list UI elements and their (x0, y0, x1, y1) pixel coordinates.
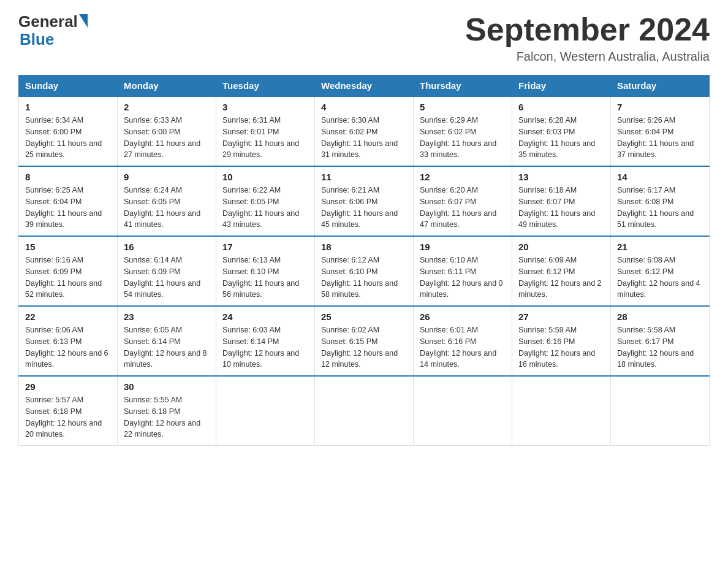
logo-triangle-icon (79, 14, 88, 28)
day-number: 1 (25, 102, 111, 112)
col-thursday: Thursday (414, 75, 512, 97)
day-number: 3 (222, 102, 308, 112)
table-row: 23 Sunrise: 6:05 AM Sunset: 6:14 PM Dayl… (118, 306, 216, 376)
table-row: 6 Sunrise: 6:28 AM Sunset: 6:03 PM Dayli… (512, 96, 611, 166)
day-number: 9 (124, 172, 210, 182)
logo-blue-text: Blue (20, 31, 88, 47)
logo-general-text: General (18, 12, 78, 31)
day-info: Sunrise: 6:25 AM Sunset: 6:04 PM Dayligh… (25, 185, 111, 231)
day-info: Sunrise: 6:02 AM Sunset: 6:15 PM Dayligh… (321, 324, 407, 370)
day-info: Sunrise: 5:55 AM Sunset: 6:18 PM Dayligh… (124, 394, 210, 440)
day-number: 19 (420, 242, 506, 252)
logo: General Blue (18, 12, 88, 47)
table-row (216, 376, 315, 446)
day-number: 7 (617, 102, 703, 112)
day-number: 2 (124, 102, 210, 112)
day-info: Sunrise: 6:34 AM Sunset: 6:00 PM Dayligh… (25, 115, 111, 161)
day-info: Sunrise: 6:18 AM Sunset: 6:07 PM Dayligh… (518, 185, 604, 231)
calendar-week-row: 29 Sunrise: 5:57 AM Sunset: 6:18 PM Dayl… (19, 376, 710, 446)
day-number: 11 (321, 172, 407, 182)
day-info: Sunrise: 6:03 AM Sunset: 6:14 PM Dayligh… (222, 324, 308, 370)
day-info: Sunrise: 5:57 AM Sunset: 6:18 PM Dayligh… (25, 394, 111, 440)
day-number: 4 (321, 102, 407, 112)
day-number: 20 (518, 242, 604, 252)
day-number: 23 (124, 312, 210, 322)
table-row: 20 Sunrise: 6:09 AM Sunset: 6:12 PM Dayl… (512, 236, 611, 306)
calendar-title: September 2024 (465, 12, 710, 47)
day-number: 17 (222, 242, 308, 252)
day-info: Sunrise: 6:21 AM Sunset: 6:06 PM Dayligh… (321, 185, 407, 231)
table-row: 22 Sunrise: 6:06 AM Sunset: 6:13 PM Dayl… (19, 306, 118, 376)
table-row: 24 Sunrise: 6:03 AM Sunset: 6:14 PM Dayl… (216, 306, 315, 376)
day-info: Sunrise: 6:16 AM Sunset: 6:09 PM Dayligh… (25, 255, 111, 301)
day-number: 24 (222, 312, 308, 322)
table-row: 12 Sunrise: 6:20 AM Sunset: 6:07 PM Dayl… (414, 166, 512, 236)
table-row: 21 Sunrise: 6:08 AM Sunset: 6:12 PM Dayl… (611, 236, 710, 306)
table-row: 18 Sunrise: 6:12 AM Sunset: 6:10 PM Dayl… (315, 236, 414, 306)
calendar-location: Falcon, Western Australia, Australia (465, 50, 710, 64)
table-row: 7 Sunrise: 6:26 AM Sunset: 6:04 PM Dayli… (611, 96, 710, 166)
col-tuesday: Tuesday (216, 75, 315, 97)
day-number: 30 (124, 381, 210, 392)
day-number: 18 (321, 242, 407, 252)
calendar-week-row: 15 Sunrise: 6:16 AM Sunset: 6:09 PM Dayl… (19, 236, 710, 306)
day-info: Sunrise: 6:29 AM Sunset: 6:02 PM Dayligh… (420, 115, 506, 161)
col-wednesday: Wednesday (315, 75, 414, 97)
table-row: 27 Sunrise: 5:59 AM Sunset: 6:16 PM Dayl… (512, 306, 611, 376)
day-info: Sunrise: 6:26 AM Sunset: 6:04 PM Dayligh… (617, 115, 703, 161)
table-row: 14 Sunrise: 6:17 AM Sunset: 6:08 PM Dayl… (611, 166, 710, 236)
table-row: 30 Sunrise: 5:55 AM Sunset: 6:18 PM Dayl… (118, 376, 216, 446)
day-info: Sunrise: 6:20 AM Sunset: 6:07 PM Dayligh… (420, 185, 506, 231)
day-info: Sunrise: 6:10 AM Sunset: 6:11 PM Dayligh… (420, 255, 506, 301)
day-number: 6 (518, 102, 604, 112)
day-number: 26 (420, 312, 506, 322)
table-row: 13 Sunrise: 6:18 AM Sunset: 6:07 PM Dayl… (512, 166, 611, 236)
day-number: 15 (25, 242, 111, 252)
calendar-week-row: 8 Sunrise: 6:25 AM Sunset: 6:04 PM Dayli… (19, 166, 710, 236)
table-row: 25 Sunrise: 6:02 AM Sunset: 6:15 PM Dayl… (315, 306, 414, 376)
table-row: 3 Sunrise: 6:31 AM Sunset: 6:01 PM Dayli… (216, 96, 315, 166)
day-info: Sunrise: 6:09 AM Sunset: 6:12 PM Dayligh… (518, 255, 604, 301)
day-number: 22 (25, 312, 111, 322)
title-block: September 2024 Falcon, Western Australia… (465, 12, 710, 64)
table-row (512, 376, 611, 446)
table-row (315, 376, 414, 446)
day-info: Sunrise: 6:31 AM Sunset: 6:01 PM Dayligh… (222, 115, 308, 161)
table-row: 11 Sunrise: 6:21 AM Sunset: 6:06 PM Dayl… (315, 166, 414, 236)
day-info: Sunrise: 6:08 AM Sunset: 6:12 PM Dayligh… (617, 255, 703, 301)
day-number: 27 (518, 312, 604, 322)
calendar-week-row: 1 Sunrise: 6:34 AM Sunset: 6:00 PM Dayli… (19, 96, 710, 166)
day-number: 13 (518, 172, 604, 182)
day-number: 25 (321, 312, 407, 322)
day-number: 16 (124, 242, 210, 252)
page-header: General Blue September 2024 Falcon, West… (18, 12, 710, 64)
day-info: Sunrise: 6:30 AM Sunset: 6:02 PM Dayligh… (321, 115, 407, 161)
day-info: Sunrise: 6:01 AM Sunset: 6:16 PM Dayligh… (420, 324, 506, 370)
day-info: Sunrise: 6:06 AM Sunset: 6:13 PM Dayligh… (25, 324, 111, 370)
day-number: 12 (420, 172, 506, 182)
table-row (414, 376, 512, 446)
day-info: Sunrise: 6:13 AM Sunset: 6:10 PM Dayligh… (222, 255, 308, 301)
day-number: 5 (420, 102, 506, 112)
table-row: 4 Sunrise: 6:30 AM Sunset: 6:02 PM Dayli… (315, 96, 414, 166)
day-info: Sunrise: 5:59 AM Sunset: 6:16 PM Dayligh… (518, 324, 604, 370)
day-number: 21 (617, 242, 703, 252)
day-info: Sunrise: 6:24 AM Sunset: 6:05 PM Dayligh… (124, 185, 210, 231)
table-row: 2 Sunrise: 6:33 AM Sunset: 6:00 PM Dayli… (118, 96, 216, 166)
day-info: Sunrise: 6:22 AM Sunset: 6:05 PM Dayligh… (222, 185, 308, 231)
table-row: 26 Sunrise: 6:01 AM Sunset: 6:16 PM Dayl… (414, 306, 512, 376)
table-row: 19 Sunrise: 6:10 AM Sunset: 6:11 PM Dayl… (414, 236, 512, 306)
calendar-table: Sunday Monday Tuesday Wednesday Thursday… (18, 75, 710, 446)
table-row: 5 Sunrise: 6:29 AM Sunset: 6:02 PM Dayli… (414, 96, 512, 166)
table-row: 8 Sunrise: 6:25 AM Sunset: 6:04 PM Dayli… (19, 166, 118, 236)
col-sunday: Sunday (19, 75, 118, 97)
day-number: 8 (25, 172, 111, 182)
table-row: 10 Sunrise: 6:22 AM Sunset: 6:05 PM Dayl… (216, 166, 315, 236)
table-row: 16 Sunrise: 6:14 AM Sunset: 6:09 PM Dayl… (118, 236, 216, 306)
day-info: Sunrise: 6:14 AM Sunset: 6:09 PM Dayligh… (124, 255, 210, 301)
table-row: 17 Sunrise: 6:13 AM Sunset: 6:10 PM Dayl… (216, 236, 315, 306)
day-info: Sunrise: 6:12 AM Sunset: 6:10 PM Dayligh… (321, 255, 407, 301)
day-info: Sunrise: 6:33 AM Sunset: 6:00 PM Dayligh… (124, 115, 210, 161)
day-number: 28 (617, 312, 703, 322)
col-friday: Friday (512, 75, 611, 97)
